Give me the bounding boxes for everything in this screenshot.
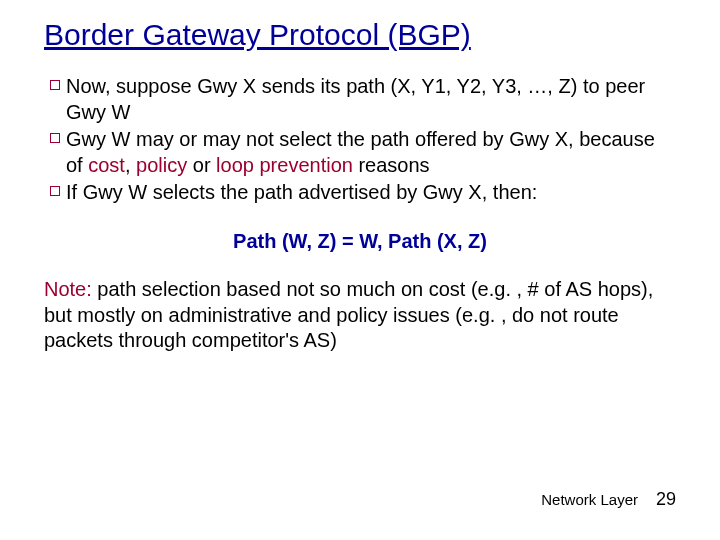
bullet-icon <box>44 180 66 196</box>
note-paragraph: Note: path selection based not so much o… <box>44 277 676 354</box>
list-item: If Gwy W selects the path advertised by … <box>44 180 676 206</box>
bullet-icon <box>44 127 66 143</box>
footer-label: Network Layer <box>541 491 638 508</box>
bullet-text: Now, suppose Gwy X sends its path (X, Y1… <box>66 74 676 125</box>
list-item: Gwy W may or may not select the path off… <box>44 127 676 178</box>
highlight-cost: cost <box>88 154 125 176</box>
bullet-text: If Gwy W selects the path advertised by … <box>66 180 676 206</box>
page-number: 29 <box>656 489 676 510</box>
slide: Border Gateway Protocol (BGP) Now, suppo… <box>0 0 720 540</box>
bullet-list: Now, suppose Gwy X sends its path (X, Y1… <box>44 74 676 206</box>
text-run: Now, suppose Gwy X sends its path (X, Y1… <box>66 75 645 123</box>
text-run: If Gwy W selects the path advertised by … <box>66 181 537 203</box>
text-run: or <box>187 154 216 176</box>
highlight-policy: policy <box>136 154 187 176</box>
note-lead: Note: <box>44 278 92 300</box>
list-item: Now, suppose Gwy X sends its path (X, Y1… <box>44 74 676 125</box>
highlight-loop: loop prevention <box>216 154 353 176</box>
slide-title: Border Gateway Protocol (BGP) <box>44 18 676 52</box>
note-body: path selection based not so much on cost… <box>44 278 653 351</box>
slide-footer: Network Layer 29 <box>541 489 676 510</box>
bullet-text: Gwy W may or may not select the path off… <box>66 127 676 178</box>
path-equation: Path (W, Z) = W, Path (X, Z) <box>44 230 676 253</box>
bullet-icon <box>44 74 66 90</box>
text-run: , <box>125 154 136 176</box>
text-run: reasons <box>353 154 430 176</box>
